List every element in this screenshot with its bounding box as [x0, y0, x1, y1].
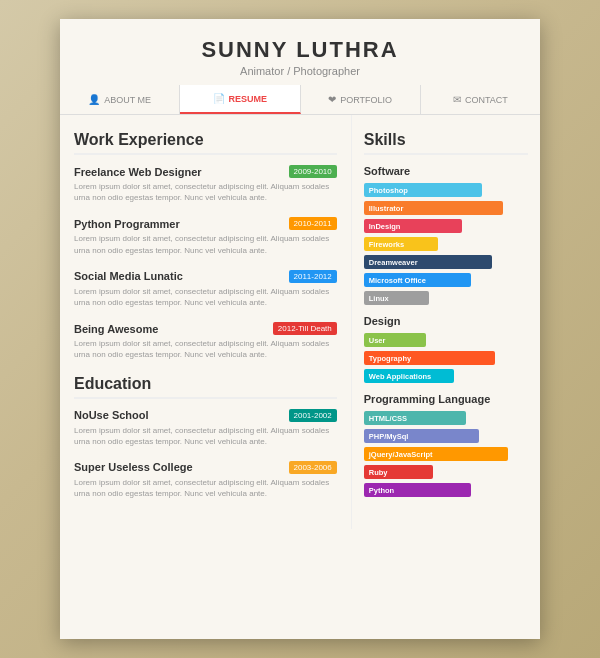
education-list: NoUse School 2001-2002 Lorem ipsum dolor… [74, 409, 337, 500]
heart-icon: ❤ [328, 94, 336, 105]
nav-resume-label: RESUME [229, 94, 268, 104]
job-date: 2011-2012 [289, 270, 337, 283]
skill-name: InDesign [369, 222, 401, 231]
work-entry: Python Programmer 2010-2011 Lorem ipsum … [74, 217, 337, 255]
skills-container: Software Photoshop Illustrator InDesign … [364, 165, 528, 497]
work-exp-title: Work Experience [74, 131, 337, 155]
education-title: Education [74, 375, 337, 399]
skill-name: jQuery/JavaScript [369, 450, 433, 459]
skill-bar-wrap: PHP/MySql [364, 429, 528, 443]
work-entry: Being Awesome 2012-Till Death Lorem ipsu… [74, 322, 337, 360]
skills-programming-label: Programming Language [364, 393, 528, 405]
job-description: Lorem ipsum dolor sit amet, consectetur … [74, 338, 337, 360]
person-subtitle: Animator / Photographer [60, 65, 540, 77]
person-icon: 👤 [88, 94, 100, 105]
skill-bar: Typography [364, 351, 495, 365]
job-title: Social Media Lunatic [74, 270, 183, 282]
education-entry: Super Useless College 2003-2006 Lorem ip… [74, 461, 337, 499]
skill-bar-wrap: Ruby [364, 465, 528, 479]
skill-bar-wrap: Typography [364, 351, 528, 365]
work-entry: Social Media Lunatic 2011-2012 Lorem ips… [74, 270, 337, 308]
skill-bar: Microsoft Office [364, 273, 471, 287]
skill-name: Microsoft Office [369, 276, 426, 285]
person-name: SUNNY LUTHRA [60, 37, 540, 63]
job-title: Freelance Web Designer [74, 166, 202, 178]
skill-bar-wrap: Linux [364, 291, 528, 305]
education-entry: NoUse School 2001-2002 Lorem ipsum dolor… [74, 409, 337, 447]
job-description: Lorem ipsum dolor sit amet, consectetur … [74, 286, 337, 308]
skill-bar-wrap: jQuery/JavaScript [364, 447, 528, 461]
skill-name: Dreamweaver [369, 258, 418, 267]
skill-bar-wrap: User [364, 333, 528, 347]
skill-bar: Photoshop [364, 183, 482, 197]
school-description: Lorem ipsum dolor sit amet, consectetur … [74, 425, 337, 447]
skill-bar-wrap: HTML/CSS [364, 411, 528, 425]
skills-software-label: Software [364, 165, 528, 177]
skill-name: Ruby [369, 468, 388, 477]
resume-icon: 📄 [213, 93, 225, 104]
job-date: 2010-2011 [289, 217, 337, 230]
job-title: Python Programmer [74, 218, 180, 230]
nav-about-label: ABOUT ME [104, 95, 151, 105]
job-date: 2009-2010 [289, 165, 337, 178]
skill-bar-wrap: Illustrator [364, 201, 528, 215]
skills-design-label: Design [364, 315, 528, 327]
skill-bar: Fireworks [364, 237, 438, 251]
navigation: 👤 ABOUT ME 📄 RESUME ❤ PORTFOLIO ✉ CONTAC… [60, 85, 540, 115]
skill-bar-wrap: Dreamweaver [364, 255, 528, 269]
job-date: 2012-Till Death [273, 322, 337, 335]
skills-title: Skills [364, 131, 528, 155]
skill-bar: User [364, 333, 426, 347]
skill-name: Web Applications [369, 372, 432, 381]
resume-card: SUNNY LUTHRA Animator / Photographer 👤 A… [60, 19, 540, 639]
skill-bar: jQuery/JavaScript [364, 447, 509, 461]
left-column: Work Experience Freelance Web Designer 2… [60, 115, 352, 529]
skill-bar: Dreamweaver [364, 255, 492, 269]
skill-name: PHP/MySql [369, 432, 409, 441]
nav-contact[interactable]: ✉ CONTACT [421, 85, 540, 114]
skill-bar-wrap: Fireworks [364, 237, 528, 251]
school-date: 2001-2002 [289, 409, 337, 422]
skill-bar-wrap: Photoshop [364, 183, 528, 197]
mail-icon: ✉ [453, 94, 461, 105]
main-content: Work Experience Freelance Web Designer 2… [60, 115, 540, 529]
school-date: 2003-2006 [289, 461, 337, 474]
skill-bar: HTML/CSS [364, 411, 466, 425]
skill-bar: Linux [364, 291, 430, 305]
school-description: Lorem ipsum dolor sit amet, consectetur … [74, 477, 337, 499]
nav-resume[interactable]: 📄 RESUME [180, 85, 300, 114]
skill-name: Photoshop [369, 186, 408, 195]
nav-portfolio[interactable]: ❤ PORTFOLIO [301, 85, 421, 114]
skill-bar: Ruby [364, 465, 433, 479]
skill-bar: PHP/MySql [364, 429, 479, 443]
skill-bar-wrap: InDesign [364, 219, 528, 233]
nav-about[interactable]: 👤 ABOUT ME [60, 85, 180, 114]
skill-name: Python [369, 486, 394, 495]
skill-name: User [369, 336, 386, 345]
nav-contact-label: CONTACT [465, 95, 508, 105]
school-title: Super Useless College [74, 461, 193, 473]
skill-bar-wrap: Microsoft Office [364, 273, 528, 287]
right-column: Skills Software Photoshop Illustrator In… [352, 115, 540, 529]
school-title: NoUse School [74, 409, 149, 421]
skill-bar-wrap: Web Applications [364, 369, 528, 383]
header: SUNNY LUTHRA Animator / Photographer [60, 19, 540, 85]
skill-name: Fireworks [369, 240, 404, 249]
skill-name: HTML/CSS [369, 414, 407, 423]
job-description: Lorem ipsum dolor sit amet, consectetur … [74, 181, 337, 203]
skill-bar-wrap: Python [364, 483, 528, 497]
job-description: Lorem ipsum dolor sit amet, consectetur … [74, 233, 337, 255]
work-entry: Freelance Web Designer 2009-2010 Lorem i… [74, 165, 337, 203]
skill-bar: Illustrator [364, 201, 504, 215]
skill-name: Linux [369, 294, 389, 303]
skill-name: Illustrator [369, 204, 404, 213]
work-jobs-list: Freelance Web Designer 2009-2010 Lorem i… [74, 165, 337, 361]
job-title: Being Awesome [74, 323, 158, 335]
skill-bar: Web Applications [364, 369, 454, 383]
nav-portfolio-label: PORTFOLIO [340, 95, 392, 105]
skill-bar: InDesign [364, 219, 463, 233]
skill-name: Typography [369, 354, 411, 363]
skill-bar: Python [364, 483, 471, 497]
